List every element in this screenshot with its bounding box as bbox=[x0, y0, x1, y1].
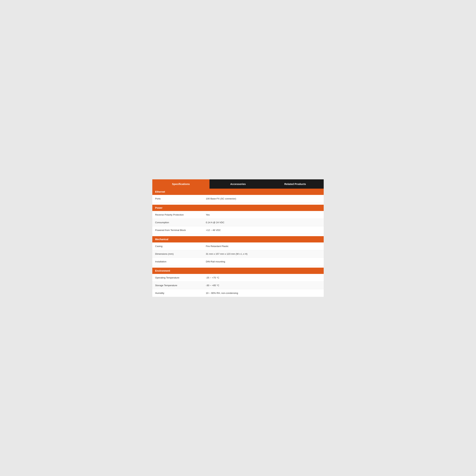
tab-related-products[interactable]: Related Products bbox=[266, 179, 324, 189]
spec-value: 0.14 A @ 24 VDC bbox=[203, 219, 324, 226]
spec-value: 10 ~ 90% RH, non-condensing bbox=[203, 289, 324, 297]
spec-value: -30 ~ +85 °C bbox=[203, 282, 324, 289]
section-header-environment: Environment bbox=[152, 268, 324, 274]
spec-value: DIN-Rail mounting bbox=[203, 258, 324, 265]
spec-value: 100 Base-FX (SC connector) bbox=[203, 195, 324, 203]
spec-row: Storage Temperature-30 ~ +85 °C bbox=[152, 282, 324, 289]
spec-value: +12 ~ 48 VDC bbox=[203, 226, 324, 234]
spec-row: InstallationDIN-Rail mounting bbox=[152, 258, 324, 266]
spec-row: Reverse Polarity ProtectionYes bbox=[152, 211, 324, 219]
section-spacer-power bbox=[152, 203, 324, 205]
spec-value: Fire Retardant Plastic bbox=[203, 242, 324, 250]
spec-row: Consumption0.14 A @ 24 VDC bbox=[152, 219, 324, 226]
spec-label: Installation bbox=[152, 258, 203, 265]
spec-label: Operating Temperature bbox=[152, 274, 203, 281]
spec-row: Operating Temperature-25 ~ +75 °C bbox=[152, 274, 324, 282]
spec-value: 31 mm x 157 mm x 123 mm (W x L x H) bbox=[203, 250, 324, 258]
spec-label: Dimensions (mm) bbox=[152, 250, 203, 258]
spec-label: Ports bbox=[152, 195, 203, 203]
section-header-power: Power bbox=[152, 205, 324, 211]
spec-row: Powered from Terminal Block+12 ~ 48 VDC bbox=[152, 226, 324, 234]
spec-label: Storage Temperature bbox=[152, 282, 203, 289]
spec-row: Ports100 Base-FX (SC connector) bbox=[152, 195, 324, 203]
page-wrapper: SpecificationsAccessoriesRelated Product… bbox=[152, 179, 324, 297]
spec-label: Powered from Terminal Block bbox=[152, 226, 203, 234]
spec-label: Casing bbox=[152, 242, 203, 250]
spec-label: Humidity bbox=[152, 289, 203, 297]
spec-value: Yes bbox=[203, 211, 324, 219]
spec-value: -25 ~ +75 °C bbox=[203, 274, 324, 281]
spec-row: CasingFire Retardant Plastic bbox=[152, 242, 324, 250]
section-header-mechanical: Mechanical bbox=[152, 236, 324, 242]
tab-specifications[interactable]: Specifications bbox=[152, 179, 210, 189]
spec-row: Dimensions (mm)31 mm x 157 mm x 123 mm (… bbox=[152, 250, 324, 258]
spec-row: Humidity10 ~ 90% RH, non-condensing bbox=[152, 289, 324, 297]
section-spacer-environment bbox=[152, 266, 324, 268]
section-spacer-mechanical bbox=[152, 234, 324, 236]
spec-label: Reverse Polarity Protection bbox=[152, 211, 203, 219]
tab-accessories[interactable]: Accessories bbox=[210, 179, 267, 189]
tabs-container: SpecificationsAccessoriesRelated Product… bbox=[152, 179, 324, 189]
spec-label: Consumption bbox=[152, 219, 203, 226]
section-header-ethernet: Ethernet bbox=[152, 189, 324, 195]
spec-table: EthernetPorts100 Base-FX (SC connector)P… bbox=[152, 189, 324, 297]
